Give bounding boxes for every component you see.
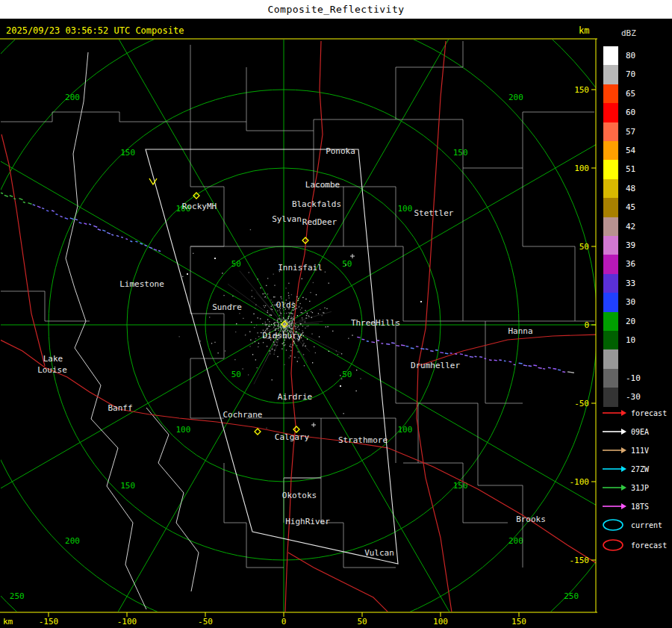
map-unit-bottom: km xyxy=(3,617,13,627)
city-label: Didsbury xyxy=(263,331,302,341)
range-ring-label: 150 xyxy=(120,148,135,158)
colorbar-swatch xyxy=(603,236,618,255)
x-axis-tick-label: -150 xyxy=(39,617,59,627)
colorbar-label: 60 xyxy=(626,108,635,116)
forecast-arrow-icon xyxy=(602,408,627,417)
range-ring-label: 200 xyxy=(508,93,523,102)
city-label: Drumheller xyxy=(411,361,461,370)
colorbar-swatch xyxy=(603,46,618,65)
city-label: Strathmore xyxy=(338,435,388,445)
city-label: Banff xyxy=(108,403,132,413)
colorbar-label: -30 xyxy=(626,393,641,401)
current-ellipse-icon xyxy=(602,518,627,532)
y-axis-tick-label: 100 xyxy=(574,164,589,173)
colorbar-title: dBZ xyxy=(621,28,636,38)
colorbar-swatch xyxy=(603,388,618,406)
station-dot-icon xyxy=(340,385,341,387)
window-title: Composite_Reflectivity xyxy=(267,4,404,15)
city-label: Innisfail xyxy=(278,263,323,273)
city-label: Blackfalds xyxy=(292,199,341,209)
colorbar-swatch xyxy=(603,103,618,122)
colorbar-label: 51 xyxy=(626,165,635,173)
colorbar-swatch xyxy=(603,255,618,273)
city-label: Sundre xyxy=(212,302,242,312)
legend-label: 18TS xyxy=(631,503,649,511)
range-ring-label: 250 xyxy=(564,591,579,601)
colorbar-label: 30 xyxy=(626,298,635,306)
station-dot-icon xyxy=(420,301,422,302)
colorbar-swatch xyxy=(603,369,618,388)
range-ring-label: 200 xyxy=(508,536,523,546)
range-ring-label: 150 xyxy=(453,148,468,158)
city-label: Sylvan xyxy=(272,214,302,224)
city-label: RockyMH xyxy=(182,202,217,211)
range-ring-label: 150 xyxy=(120,481,135,491)
colorbar-swatch xyxy=(603,122,618,141)
colorbar-label: 80 xyxy=(626,52,635,60)
31jp-arrow-icon xyxy=(602,483,627,492)
legend-item: forecast xyxy=(602,538,667,552)
111v-arrow-icon xyxy=(602,446,627,455)
legend-item: forecast xyxy=(602,408,667,417)
city-label: Olds xyxy=(276,300,296,310)
x-axis-tick-label: 50 xyxy=(357,617,367,627)
station-dot-icon xyxy=(187,273,188,275)
09ea-arrow-icon xyxy=(602,427,627,436)
27zw-arrow-icon xyxy=(602,464,627,473)
legend-item: 111V xyxy=(602,446,649,455)
range-ring-label: 150 xyxy=(453,481,468,491)
colorbar-swatch xyxy=(603,160,618,178)
radar-map[interactable]: 5050505010010010010015015015015020020020… xyxy=(0,19,597,628)
legend-label: 31JP xyxy=(631,484,649,492)
18ts-arrow-icon xyxy=(602,502,627,511)
colorbar-label: 20 xyxy=(626,317,635,326)
map-unit-top: km xyxy=(579,25,589,36)
x-axis-tick-label: -100 xyxy=(117,617,137,627)
colorbar-swatch xyxy=(603,293,618,311)
range-ring-label: 100 xyxy=(397,425,412,435)
colorbar-label: 48 xyxy=(626,184,635,193)
forecast-ellipse-icon xyxy=(602,538,627,552)
legend-label: forecast xyxy=(631,409,667,417)
timestamp: 2025/09/23 03:56:52 UTC Composite xyxy=(6,25,184,36)
city-label: RedDeer xyxy=(302,217,337,227)
legend-item: 18TS xyxy=(602,502,649,511)
colorbar-label: 54 xyxy=(626,146,635,155)
legend-label: forecast xyxy=(631,541,667,550)
city-label: Louise xyxy=(37,365,67,375)
city-label: Cochrane xyxy=(223,410,263,420)
city-label: HighRiver xyxy=(285,517,330,526)
city-label: Lake xyxy=(43,354,63,364)
city-label: Lacombe xyxy=(305,180,340,190)
range-ring-label: 50 xyxy=(342,370,352,379)
legend-item: 27ZW xyxy=(602,464,649,473)
colorbar-swatch xyxy=(603,84,618,103)
y-axis-tick-label: -100 xyxy=(570,477,590,487)
colorbar-swatch xyxy=(603,198,618,217)
legend-label: 27ZW xyxy=(631,465,649,473)
colorbar-swatch xyxy=(603,274,618,293)
colorbar-swatch xyxy=(603,331,618,349)
city-label: Stettler xyxy=(414,208,454,218)
city-label: Limestone xyxy=(119,279,164,289)
colorbar-label: 42 xyxy=(626,223,635,231)
colorbar-label: 45 xyxy=(626,203,635,211)
colorbar-swatch xyxy=(603,65,618,84)
x-axis-tick-label: -50 xyxy=(198,617,213,627)
colorbar-swatch xyxy=(603,217,618,236)
colorbar-label: 57 xyxy=(626,128,635,136)
colorbar-swatch xyxy=(603,312,618,331)
x-axis-tick-label: 0 xyxy=(281,617,287,627)
y-axis-tick-label: 150 xyxy=(574,85,589,95)
colorbar-label: 65 xyxy=(626,90,635,98)
city-label: Vulcan xyxy=(364,548,394,558)
legend-label: 09EA xyxy=(631,428,649,436)
colorbar-swatch xyxy=(603,179,618,198)
colorbar-swatch xyxy=(603,349,618,368)
range-ring-label: 50 xyxy=(231,370,241,379)
range-ring-label: 200 xyxy=(65,93,80,102)
main-content: 5050505010010010010015015015015020020020… xyxy=(0,19,672,628)
range-ring-label: 100 xyxy=(397,204,412,214)
colorbar-swatch xyxy=(603,141,618,160)
y-axis-tick-label: 50 xyxy=(579,242,589,252)
